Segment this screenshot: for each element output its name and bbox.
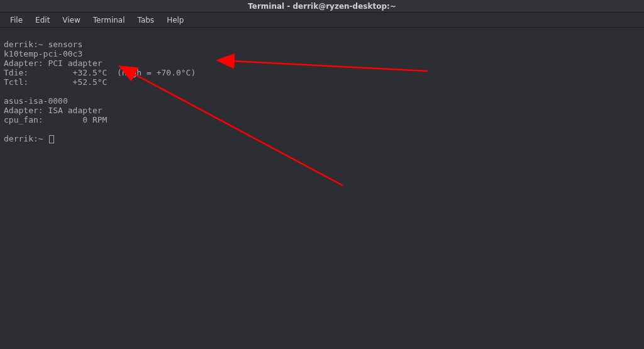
- terminal-content[interactable]: derrik:~ sensors k10temp-pci-00c3 Adapte…: [0, 28, 644, 146]
- terminal-line-4: Tdie: +32.5°C (high = +70.0°C): [4, 68, 196, 77]
- menu-file[interactable]: File: [4, 14, 29, 26]
- menu-edit[interactable]: Edit: [29, 14, 56, 26]
- terminal-line-7: asus-isa-0000: [4, 96, 68, 106]
- cursor-icon: [49, 135, 54, 143]
- terminal-prompt: derrik:~: [4, 134, 48, 143]
- terminal-line-3: Adapter: PCI adapter: [4, 58, 103, 68]
- terminal-line-5: Tctl: +52.5°C: [4, 77, 107, 87]
- terminal-line-1: derrik:~ sensors: [4, 40, 82, 49]
- terminal-line-8: Adapter: ISA adapter: [4, 106, 103, 115]
- menu-terminal[interactable]: Terminal: [87, 14, 131, 26]
- window-title: Terminal - derrik@ryzen-desktop:~: [248, 2, 396, 11]
- terminal-line-9: cpu_fan: 0 RPM: [4, 115, 107, 125]
- window-titlebar: Terminal - derrik@ryzen-desktop:~: [0, 0, 644, 13]
- terminal-line-2: k10temp-pci-00c3: [4, 49, 82, 58]
- menu-bar: File Edit View Terminal Tabs Help: [0, 13, 644, 28]
- menu-help[interactable]: Help: [160, 14, 190, 26]
- menu-tabs[interactable]: Tabs: [131, 14, 161, 26]
- menu-view[interactable]: View: [56, 14, 86, 26]
